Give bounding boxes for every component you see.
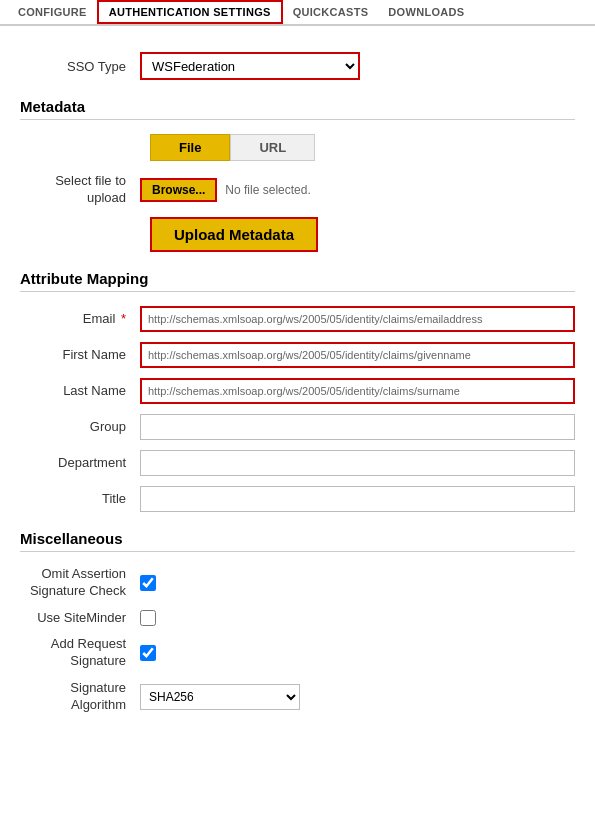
title-label: Title (20, 491, 140, 506)
department-label: Department (20, 455, 140, 470)
use-siteminder-label: Use SiteMinder (20, 610, 140, 627)
nav-quickcasts[interactable]: QUICKCASTS (283, 2, 379, 22)
attribute-mapping-section-header: Attribute Mapping (20, 270, 575, 292)
nav-downloads[interactable]: DOWNLOADS (378, 2, 474, 22)
email-label: Email * (20, 311, 140, 326)
email-required: * (117, 311, 126, 326)
first-name-row: First Name (20, 342, 575, 368)
title-row: Title (20, 486, 575, 512)
omit-assertion-checkbox[interactable] (140, 575, 156, 591)
title-input[interactable] (140, 486, 575, 512)
use-siteminder-checkbox[interactable] (140, 610, 156, 626)
sso-type-label: SSO Type (20, 59, 140, 74)
sso-type-row: SSO Type WSFederation SAML2 OpenID Conne… (20, 52, 575, 80)
department-row: Department (20, 450, 575, 476)
file-url-toggle: File URL (150, 134, 575, 161)
browse-row: Select file to upload Browse... No file … (20, 173, 575, 207)
last-name-row: Last Name (20, 378, 575, 404)
add-request-signature-checkbox[interactable] (140, 645, 156, 661)
url-toggle-button[interactable]: URL (230, 134, 315, 161)
omit-assertion-label: Omit Assertion Signature Check (20, 566, 140, 600)
email-row: Email * (20, 306, 575, 332)
signature-algorithm-row: Signature Algorithm SHA256 SHA1 SHA384 S… (20, 680, 575, 714)
browse-button[interactable]: Browse... (140, 178, 217, 202)
browse-label: Select file to upload (20, 173, 140, 207)
last-name-input[interactable] (140, 378, 575, 404)
metadata-section-header: Metadata (20, 98, 575, 120)
first-name-label: First Name (20, 347, 140, 362)
use-siteminder-row: Use SiteMinder (20, 610, 575, 627)
group-row: Group (20, 414, 575, 440)
signature-algorithm-select[interactable]: SHA256 SHA1 SHA384 SHA512 (140, 684, 300, 710)
upload-metadata-button[interactable]: Upload Metadata (150, 217, 318, 252)
upload-row: Upload Metadata (150, 217, 575, 252)
top-navigation: CONFIGURE AUTHENTICATION SETTINGS QUICKC… (0, 0, 595, 26)
nav-configure[interactable]: CONFIGURE (8, 2, 97, 22)
email-input[interactable] (140, 306, 575, 332)
omit-assertion-row: Omit Assertion Signature Check (20, 566, 575, 600)
miscellaneous-section-header: Miscellaneous (20, 530, 575, 552)
group-input[interactable] (140, 414, 575, 440)
nav-authentication-settings[interactable]: AUTHENTICATION SETTINGS (97, 0, 283, 24)
file-toggle-button[interactable]: File (150, 134, 230, 161)
signature-algorithm-label: Signature Algorithm (20, 680, 140, 714)
main-content: SSO Type WSFederation SAML2 OpenID Conne… (0, 26, 595, 740)
no-file-text: No file selected. (225, 183, 310, 197)
sso-type-select[interactable]: WSFederation SAML2 OpenID Connect (140, 52, 360, 80)
group-label: Group (20, 419, 140, 434)
department-input[interactable] (140, 450, 575, 476)
first-name-input[interactable] (140, 342, 575, 368)
add-request-signature-label: Add Request Signature (20, 636, 140, 670)
last-name-label: Last Name (20, 383, 140, 398)
add-request-signature-row: Add Request Signature (20, 636, 575, 670)
